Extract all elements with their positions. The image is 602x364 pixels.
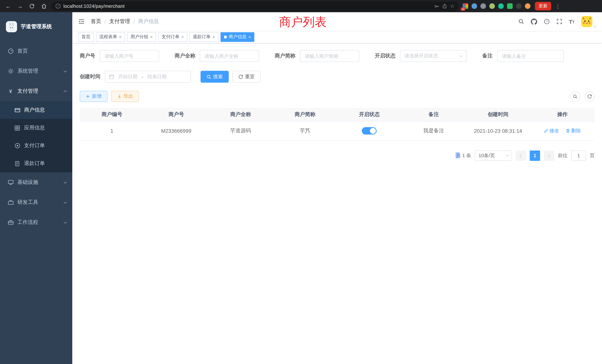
refresh-icon (238, 74, 243, 79)
extension-icon[interactable] (498, 3, 504, 9)
page-number-button[interactable]: 1 (530, 150, 540, 161)
address-bar[interactable]: i localhost:1024/pay/merchant ☆ (51, 1, 459, 11)
close-icon[interactable]: × (212, 34, 215, 40)
bookmark-star-icon[interactable]: ☆ (450, 3, 454, 9)
tab-process-form[interactable]: 流程表单 × (96, 32, 125, 42)
tab-home[interactable]: 首页 (78, 32, 94, 42)
merchant-no-input[interactable] (100, 50, 159, 62)
goto-page-input[interactable] (571, 150, 586, 161)
cell-status (337, 121, 401, 140)
site-info-icon[interactable]: i (56, 4, 60, 9)
help-icon[interactable]: ? (544, 19, 549, 24)
gear-icon (7, 68, 14, 74)
column-header: 备注 (401, 108, 466, 121)
extension-icon[interactable] (507, 3, 513, 9)
delete-link[interactable]: 删除 (566, 128, 581, 134)
fullscreen-icon[interactable] (556, 19, 562, 24)
monitor-icon (7, 179, 14, 185)
close-icon[interactable]: × (119, 34, 122, 40)
short-name-input[interactable] (300, 50, 359, 62)
sidebar-item-system[interactable]: 系统管理 (0, 61, 72, 81)
field-label: 备注 (482, 53, 493, 59)
browser-forward-icon[interactable]: → (16, 2, 24, 11)
search-icon[interactable] (518, 19, 524, 24)
cell-full-name: 芋道源码 (208, 121, 273, 140)
sidebar-item-label: 基础设施 (17, 179, 38, 186)
sidebar-item-label: 退款订单 (24, 160, 45, 167)
sidebar-item-app-info[interactable]: 应用信息 (0, 119, 72, 137)
next-page-button[interactable] (544, 150, 554, 161)
table-toolbar: 新增 导出 (80, 91, 595, 102)
browser-menu-icon[interactable]: ⋮ (554, 3, 562, 9)
browser-update-button[interactable]: 更新 (535, 2, 551, 10)
status-toggle[interactable] (362, 127, 377, 135)
extension-icon[interactable] (489, 3, 495, 9)
browser-back-icon[interactable]: ← (4, 2, 13, 11)
sidebar-item-home[interactable]: 首页 (0, 41, 72, 61)
sidebar-item-label: 系统管理 (17, 68, 38, 75)
page-size-select[interactable]: 10条/页 (475, 150, 512, 161)
prev-page-button[interactable] (516, 150, 526, 161)
sidebar-item-workflow[interactable]: 工作流程 (0, 212, 72, 232)
browser-reload-icon[interactable] (27, 2, 36, 11)
extensions-tray: 10 (463, 3, 530, 9)
breadcrumb-home[interactable]: 首页 (91, 18, 101, 25)
tab-label: 用户分组 (130, 34, 148, 40)
briefcase-icon (7, 219, 14, 225)
calendar-icon (109, 74, 114, 79)
breadcrumb-current: 商户信息 (138, 18, 159, 25)
sidebar-item-refund-order[interactable]: 退款订单 (0, 155, 72, 172)
password-key-icon[interactable] (434, 3, 440, 9)
edit-link[interactable]: 修改 (544, 128, 559, 134)
breadcrumb-separator: / (133, 19, 135, 24)
remark-input[interactable] (497, 50, 564, 62)
export-button[interactable]: 导出 (111, 91, 139, 102)
close-icon[interactable]: × (181, 34, 184, 40)
tab-refund-order[interactable]: 退款订单 × (189, 32, 218, 42)
target-icon (14, 143, 20, 149)
cell-merchant-no: M233666999 (144, 121, 208, 140)
status-select[interactable]: 请选择开启状态 (400, 50, 467, 62)
extension-icon[interactable] (480, 3, 486, 9)
extension-icon[interactable] (525, 3, 530, 9)
full-name-input[interactable] (200, 50, 259, 62)
column-header: 创建时间 (466, 108, 530, 121)
sidebar-item-label: 支付订单 (24, 142, 45, 149)
user-menu[interactable] (581, 16, 596, 27)
sidebar-item-dev-tools[interactable]: 研发工具 (0, 192, 72, 212)
screen: ← → i localhost:1024/pay/merchant ☆ 10 (0, 0, 602, 364)
breadcrumb-payment[interactable]: 支付管理 (109, 18, 130, 25)
refresh-table-button[interactable] (585, 91, 595, 101)
cell-remark: 我是备注 (401, 121, 466, 140)
sidebar-item-payment-order[interactable]: 支付订单 (0, 137, 72, 155)
sidebar-item-payment[interactable]: ¥ 支付管理 (0, 81, 72, 101)
extension-icon[interactable]: 10 (463, 3, 468, 9)
tab-merchant-info[interactable]: 商户信息 × (221, 32, 254, 42)
create-time-range-picker[interactable]: 开始日期 - 结束日期 (105, 71, 191, 83)
add-button[interactable]: 新增 (80, 91, 108, 102)
extension-icon[interactable] (472, 3, 477, 9)
share-icon[interactable] (442, 4, 447, 9)
pagination-total: 共 1 条 (456, 152, 471, 159)
card-icon (14, 107, 20, 113)
sidebar-item-infrastructure[interactable]: 基础设施 (0, 172, 72, 192)
dashboard-icon (7, 48, 14, 54)
search-button[interactable]: 搜索 (201, 71, 229, 83)
cell-actions: 修改 删除 (530, 121, 595, 140)
sidebar-item-merchant-info[interactable]: 商户信息 (0, 101, 72, 119)
github-icon[interactable] (531, 18, 537, 25)
extension-icon[interactable] (516, 3, 522, 9)
toolbox-icon (7, 199, 14, 205)
show-search-button[interactable] (570, 91, 580, 101)
reset-button[interactable]: 重置 (232, 71, 261, 83)
yen-icon: ¥ (7, 88, 14, 94)
tab-user-group[interactable]: 用户分组 × (127, 32, 156, 42)
browser-home-icon[interactable] (39, 2, 48, 11)
tab-payment-order[interactable]: 支付订单 × (158, 32, 187, 42)
close-icon[interactable]: × (248, 34, 251, 40)
field-label: 商户全称 (175, 53, 195, 59)
close-icon[interactable]: × (150, 34, 153, 40)
font-size-icon[interactable]: TT (569, 19, 575, 24)
sidebar-item-label: 商户信息 (24, 107, 45, 113)
sidebar-toggle-icon[interactable] (78, 18, 85, 25)
